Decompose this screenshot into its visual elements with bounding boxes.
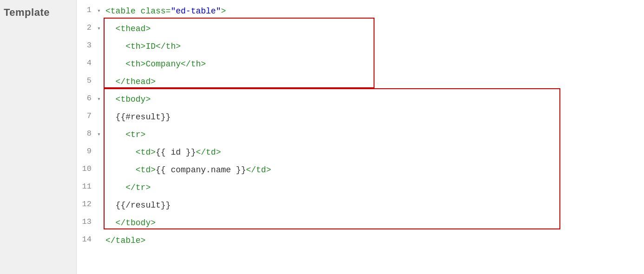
fold-arrow-14 <box>94 232 104 236</box>
code-line-3: 3 <th>ID</th> <box>77 38 644 56</box>
fold-arrow-4 <box>94 56 104 60</box>
code-content-9: <td>{{ id }}</td> <box>104 144 644 162</box>
code-content-7: {{#result}} <box>104 109 644 126</box>
code-content-8: <tr> <box>104 126 644 144</box>
code-content-10: <td>{{ company.name }}</td> <box>104 162 644 179</box>
code-line-7: 7 {{#result}} <box>77 109 644 126</box>
fold-arrow-1[interactable]: ▾ <box>94 3 104 14</box>
fold-arrow-3 <box>94 38 104 42</box>
fold-arrow-2[interactable]: ▾ <box>94 20 104 32</box>
code-content-3: <th>ID</th> <box>104 38 644 56</box>
fold-arrow-12 <box>94 197 104 201</box>
fold-arrow-9 <box>94 144 104 148</box>
code-line-11: 11 </tr> <box>77 179 644 197</box>
fold-arrow-7 <box>94 109 104 113</box>
line-number-5: 5 <box>77 73 94 85</box>
line-number-12: 12 <box>77 197 94 209</box>
code-content-11: </tr> <box>104 179 644 197</box>
fold-arrow-13 <box>94 215 104 219</box>
fold-arrow-11 <box>94 179 104 183</box>
code-content-12: {{/result}} <box>104 197 644 215</box>
code-content-6: <tbody> <box>104 91 644 109</box>
line-number-8: 8 <box>77 126 94 138</box>
line-number-10: 10 <box>77 162 94 173</box>
fold-arrow-8[interactable]: ▾ <box>94 126 104 138</box>
code-line-4: 4 <th>Company</th> <box>77 56 644 73</box>
code-content-4: <th>Company</th> <box>104 56 644 73</box>
code-line-5: 5 </thead> <box>77 73 644 91</box>
line-number-3: 3 <box>77 38 94 50</box>
code-line-10: 10 <td>{{ company.name }}</td> <box>77 162 644 179</box>
sidebar-label: Template <box>4 7 50 19</box>
line-number-11: 11 <box>77 179 94 191</box>
line-number-4: 4 <box>77 56 94 67</box>
line-number-2: 2 <box>77 20 94 32</box>
line-number-14: 14 <box>77 232 94 244</box>
fold-arrow-6[interactable]: ▾ <box>94 91 104 103</box>
fold-arrow-10 <box>94 162 104 166</box>
code-content-13: </tbody> <box>104 215 644 232</box>
line-number-9: 9 <box>77 144 94 156</box>
line-number-1: 1 <box>77 3 94 14</box>
code-line-2: 2 ▾ <thead> <box>77 20 644 38</box>
code-line-8: 8 ▾ <tr> <box>77 126 644 144</box>
code-area: 1 ▾ <table class="ed-table"> 2 ▾ <thead>… <box>77 0 644 274</box>
code-content-2: <thead> <box>104 20 644 38</box>
code-line-9: 9 <td>{{ id }}</td> <box>77 144 644 162</box>
code-line-1: 1 ▾ <table class="ed-table"> <box>77 3 644 20</box>
fold-arrow-5 <box>94 73 104 78</box>
line-number-7: 7 <box>77 109 94 120</box>
code-line-6: 6 ▾ <tbody> <box>77 91 644 109</box>
code-line-13: 13 </tbody> <box>77 215 644 232</box>
line-number-6: 6 <box>77 91 94 103</box>
code-line-12: 12 {{/result}} <box>77 197 644 215</box>
code-line-14: 14 </table> <box>77 232 644 250</box>
sidebar: Template <box>0 0 77 274</box>
line-number-13: 13 <box>77 215 94 226</box>
code-content-5: </thead> <box>104 73 644 91</box>
code-content-1: <table class="ed-table"> <box>104 3 644 20</box>
code-content-14: </table> <box>104 232 644 250</box>
